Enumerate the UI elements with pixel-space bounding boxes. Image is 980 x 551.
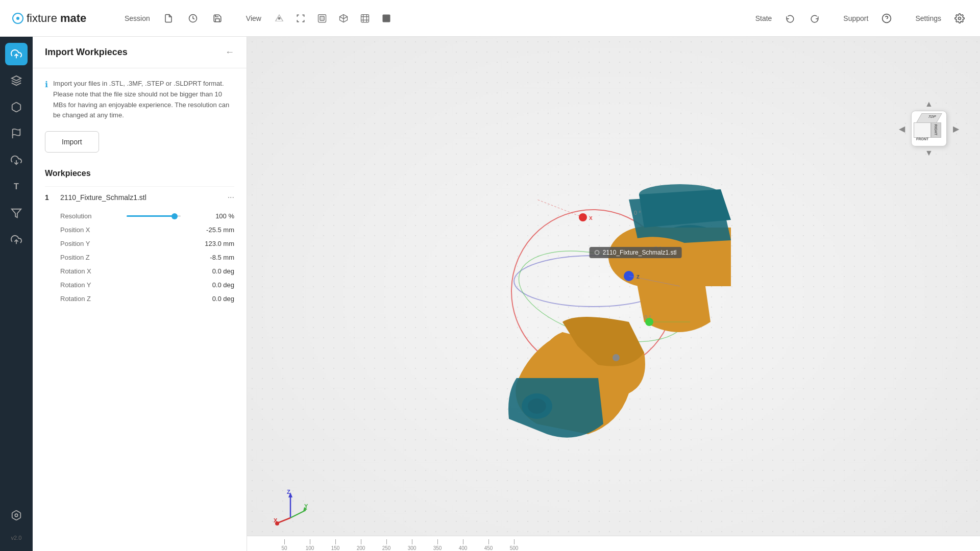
state-section: State <box>755 10 823 27</box>
svg-point-1 <box>278 17 280 19</box>
svg-line-44 <box>290 510 306 518</box>
ruler-tick-300: 300 <box>399 539 425 551</box>
slider-thumb <box>172 213 178 219</box>
info-icon: ℹ <box>45 80 48 121</box>
nav-cube-face[interactable]: TOP FRONT RIGHT <box>911 111 947 146</box>
settings-icon[interactable] <box>951 10 968 27</box>
tick-label: 250 <box>382 545 391 551</box>
cube-front-label: FRONT <box>916 137 928 141</box>
save-icon[interactable] <box>209 10 226 27</box>
property-position-y: Position Y 123.0 mm <box>45 237 234 251</box>
ruler-tick-250: 250 <box>374 539 399 551</box>
tooltip-text: 2110_Fixture_Schmalz1.stl <box>603 249 677 256</box>
svg-rect-4 <box>361 14 369 22</box>
import-button[interactable]: Import <box>45 131 99 153</box>
property-rotation-z: Rotation Z 0.0 deg <box>45 292 234 306</box>
property-label-resolution: Resolution <box>60 212 127 220</box>
ruler-tick-100: 100 <box>297 539 323 551</box>
tick-label: 450 <box>484 545 493 551</box>
tick-label: 350 <box>433 545 442 551</box>
state-label: State <box>755 14 772 22</box>
view-front-icon[interactable] <box>314 11 330 26</box>
model-container: x z 0 ° 0 ° 0 ° <box>247 37 980 551</box>
resolution-slider[interactable] <box>127 215 181 217</box>
svg-text:Y: Y <box>304 503 308 509</box>
tick-line <box>284 539 285 544</box>
nav-cube-row: ◀ TOP FRONT RIGHT ▶ <box>895 111 963 146</box>
tick-label: 50 <box>281 545 287 551</box>
sidebar: T v2.0 <box>0 37 33 551</box>
undo-icon[interactable] <box>782 10 798 27</box>
workpieces-title: Workpieces <box>45 169 234 178</box>
value-rotation-x: 0.0 deg <box>127 267 234 275</box>
history-icon[interactable] <box>185 10 201 27</box>
sidebar-item-upload[interactable] <box>5 43 28 65</box>
sidebar-item-workpiece[interactable] <box>5 96 28 118</box>
nav-cube-left-arrow[interactable]: ◀ <box>895 122 909 136</box>
sidebar-item-flag[interactable] <box>5 122 28 145</box>
tick-line <box>514 539 514 544</box>
axis-indicator: Z Y X <box>273 490 308 525</box>
view-fit-icon[interactable] <box>293 11 308 26</box>
view-top-icon[interactable] <box>357 11 373 26</box>
label-rotation-y: Rotation Y <box>60 281 127 289</box>
tick-line <box>361 539 361 544</box>
property-value-resolution: 100 % <box>181 212 235 220</box>
property-position-x: Position X -25.5 mm <box>45 223 234 237</box>
navigation-cube: ▲ ◀ TOP FRONT RIGHT <box>898 88 960 169</box>
support-icon[interactable] <box>878 10 895 27</box>
nav-cube-right-arrow[interactable]: ▶ <box>949 122 963 136</box>
view-solid-icon[interactable] <box>379 11 394 26</box>
version-text: v2.0 <box>11 531 22 545</box>
view-iso-icon[interactable] <box>336 11 351 26</box>
workpiece-menu-button[interactable]: ··· <box>228 193 234 202</box>
svg-text:0 °: 0 ° <box>644 314 651 320</box>
logo-text-light: fixture <box>27 12 57 25</box>
info-box: ℹ Import your files in .STL, .3MF, .STEP… <box>45 79 234 121</box>
tick-line <box>386 539 387 544</box>
svg-rect-9 <box>382 14 390 22</box>
view-icons <box>272 11 394 26</box>
cube-front-face: FRONT <box>914 122 931 138</box>
sidebar-item-text[interactable]: T <box>5 176 28 198</box>
ruler-tick-150: 150 <box>323 539 348 551</box>
svg-rect-3 <box>320 16 324 20</box>
ruler-tick-350: 350 <box>425 539 450 551</box>
label-position-y: Position Y <box>60 240 127 247</box>
svg-text:X: X <box>274 517 278 523</box>
nav-cube-down-arrow[interactable]: ▼ <box>921 146 937 160</box>
cube-3d-visual: TOP FRONT RIGHT <box>914 113 944 144</box>
tick-label: 100 <box>306 545 314 551</box>
sidebar-item-filter[interactable] <box>5 202 28 224</box>
tick-label: 500 <box>510 545 519 551</box>
property-resolution: Resolution 100 % <box>45 209 234 223</box>
ruler-tick-200: 200 <box>348 539 374 551</box>
sidebar-item-settings[interactable] <box>5 504 28 527</box>
property-position-z: Position Z -8.5 mm <box>45 251 234 264</box>
cube-right-face: RIGHT <box>931 122 941 138</box>
tick-label: 400 <box>459 545 468 551</box>
session-label: Session <box>125 14 150 22</box>
property-rotation-y: Rotation Y 0.0 deg <box>45 278 234 292</box>
svg-text:Z: Z <box>287 490 290 495</box>
svg-marker-14 <box>12 76 21 81</box>
sidebar-item-layers[interactable] <box>5 69 28 92</box>
tooltip-dot <box>595 250 600 255</box>
model-tooltip: 2110_Fixture_Schmalz1.stl <box>590 247 682 258</box>
new-session-icon[interactable] <box>160 10 177 27</box>
workpiece-header: 1 2110_Fixture_Schmalz1.stl ··· <box>45 193 234 202</box>
svg-text:0 °: 0 ° <box>634 210 641 216</box>
ruler-tick-500: 500 <box>501 539 527 551</box>
svg-point-19 <box>15 514 18 517</box>
nav-cube-up-arrow[interactable]: ▲ <box>921 97 937 111</box>
viewport[interactable]: x z 0 ° 0 ° 0 ° 2110_Fi <box>247 37 980 551</box>
resolution-slider-container <box>127 215 181 217</box>
view-perspective-icon[interactable] <box>272 11 287 26</box>
tick-label: 150 <box>331 545 340 551</box>
redo-icon[interactable] <box>806 10 823 27</box>
sidebar-item-download[interactable] <box>5 149 28 171</box>
panel-close-button[interactable]: ← <box>225 47 234 58</box>
support-label: Support <box>843 14 868 22</box>
sidebar-item-export[interactable] <box>5 229 28 251</box>
value-position-x: -25.5 mm <box>127 226 234 234</box>
